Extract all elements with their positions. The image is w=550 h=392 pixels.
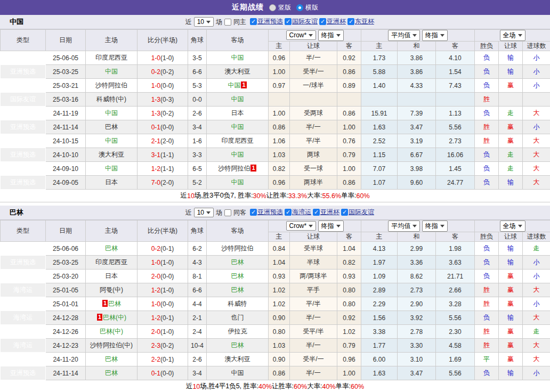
outcome-result: 负 [475,270,499,283]
match-date: 25-03-20 [46,270,86,283]
competition-filter[interactable]: 国际友谊 [341,208,374,217]
competition-checkbox[interactable] [250,209,257,216]
competition-checkbox[interactable] [313,209,320,216]
handicap-result: 输 [499,65,523,79]
competition-filter[interactable]: 亚洲杯 [319,17,346,26]
radio-unchecked-icon[interactable] [269,4,276,11]
col-header-away: 客场 [207,220,269,242]
competition-badge: 亚洲预选 [1,134,46,148]
avg-away: 1.69 [436,353,475,366]
outcome-result: 负 [475,148,499,162]
avg-away: 2.73 [436,134,475,148]
layout-radio-horizontal[interactable]: 横版 [296,3,318,12]
competition-checkbox[interactable] [319,18,326,25]
half-time-score: (0-1) [160,356,174,363]
competition-checkbox[interactable] [250,18,257,25]
same-venue-checkbox[interactable] [224,209,231,216]
team-name: 沙特阿拉伯 [222,244,254,252]
competition-filter[interactable]: 国际友谊 [285,17,318,26]
avg-type-select[interactable]: 平均值 [388,220,420,232]
summary-text: 场,胜3平0负7, 胜率: [195,191,253,200]
competition-checkbox[interactable] [347,18,354,25]
team-name: 巴林 [105,244,118,252]
corners-cell: 6-2 [188,242,207,256]
avg-draw: 3.30 [398,339,436,353]
odds-away: 1.00 [337,366,361,380]
count-badge: 1 [97,314,102,321]
competition-checkbox[interactable] [285,209,292,216]
avg-time-select[interactable]: 终指 [422,220,448,232]
handicap-result-text: 走 [507,109,514,117]
scope-select[interactable]: 全场 [500,30,525,41]
layout-radio-vertical[interactable]: 竖版 [269,3,291,12]
competition-checkbox[interactable] [341,209,348,216]
competition-filter[interactable]: 东亚杯 [347,17,374,26]
match-row: 亚洲预选25-06-06巴林0-2(0-1)6-2沙特阿拉伯0.84受半球1.0… [1,242,550,256]
odds-handicap: 受平/半 [290,325,337,339]
competition-label: 亚洲杯 [327,17,346,26]
outcome-result: 平 [475,353,499,366]
outcome-result-text: 负 [483,258,490,266]
home-team: 中国 [86,134,138,148]
team-name: 日本 [231,109,244,117]
score-cell: 0-2(0-2) [138,65,188,79]
goals-result-text: 走 [533,244,540,252]
games-count-select[interactable]: 10 [194,17,214,27]
summary-text: 大率: [307,382,322,391]
avg-time-select[interactable]: 终指 [422,30,448,41]
avg-draw: 3.86 [398,51,436,65]
same-venue-checkbox[interactable] [224,19,231,26]
goals-result: 小 [523,366,550,380]
odds-away: 1.04 [337,242,361,256]
away-team: 澳大利亚 [207,65,269,79]
competition-filter[interactable]: 海湾运 [285,208,311,217]
competition-filter[interactable]: 亚洲预选 [250,208,283,217]
team-title: 中国 [10,17,23,27]
odds-company-select[interactable]: Crow* [286,30,317,40]
match-date: 24-10-10 [46,148,86,162]
half-time-score: (0-0) [160,273,174,280]
same-venue-label: 同客 [233,208,246,217]
radio-checked-icon[interactable] [296,4,303,11]
col-header-away: 客场 [207,30,269,51]
avg-away: 4.58 [436,339,475,353]
col-header-score: 比分(半场) [138,30,188,51]
games-count-select[interactable]: 10 [194,208,214,217]
away-team: 伊拉克 [207,325,269,339]
avg-home: 1.73 [361,51,398,65]
team-name: 中国 [228,81,240,89]
competition-filter[interactable]: 亚洲杯 [313,208,339,217]
goals-result: 大 [523,353,550,366]
match-row: 海湾运24-12-26巴林(中)2-0(1-0)2-4伊拉克0.80受平/半1.… [1,325,550,339]
odds-handicap: 两球 [290,148,337,162]
summary-text: 单率: [341,191,356,200]
avg-draw: 6.67 [398,148,436,162]
full-time-score: 2-1 [151,137,160,145]
avg-home: 15.91 [361,107,398,120]
chevron-down-icon [309,225,313,227]
home-team: 阿曼(中) [86,283,138,297]
avg-type-select[interactable]: 平均值 [388,30,420,41]
competition-checkbox[interactable] [285,18,292,25]
match-date: 25-03-16 [46,93,86,107]
goals-result-text: 大 [533,137,540,144]
home-team: 澳大利亚 [86,148,138,162]
home-team: 中国 [86,107,138,120]
sub-header-outcome: 胜负 [475,42,499,51]
goals-result-text: 大 [533,165,540,172]
odds-handicap: 半/一 [290,51,337,65]
odds-time-select[interactable]: 终指 [318,220,344,232]
scope-select[interactable]: 全场 [500,220,525,232]
odds-time-select[interactable]: 终指 [318,30,344,41]
full-time-score: 1-0 [151,54,160,62]
odds-home: 0.90 [269,353,290,366]
away-team: 沙特阿拉伯 [207,242,269,256]
odds-away: 0.80 [337,297,361,311]
goals-result-text: 大 [533,151,540,158]
odds-company-select[interactable]: Crow* [286,221,317,231]
competition-filter[interactable]: 亚洲预选 [250,17,283,26]
score-cell: 1-0(1-0) [138,51,188,65]
outcome-result-text: 胜 [483,286,490,293]
score-cell: 0-2(0-1) [138,242,188,256]
match-date: 25-03-25 [46,65,86,79]
